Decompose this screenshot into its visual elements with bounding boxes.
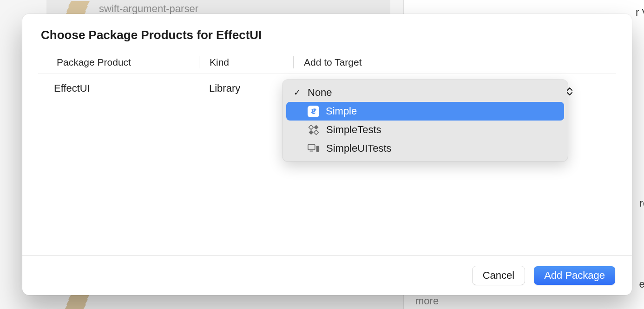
product-kind-cell: Library <box>199 82 293 94</box>
add-package-button[interactable]: Add Package <box>534 266 615 285</box>
column-header-target[interactable]: Add to Target <box>294 57 616 68</box>
sheet-footer: Cancel Add Package <box>22 256 632 295</box>
product-name-cell: EffectUI <box>38 82 199 94</box>
dropdown-option-label: Simple <box>326 105 357 117</box>
column-header-kind[interactable]: Kind <box>199 57 293 68</box>
app-target-icon <box>308 106 319 117</box>
table-row: EffectUI Library ✓ None <box>22 74 632 94</box>
bg-text-fragment: re <box>639 195 644 211</box>
svg-rect-4 <box>308 145 315 150</box>
bg-text-fragment: r V <box>636 5 644 20</box>
bg-text-fragment: e o <box>639 276 644 292</box>
svg-rect-0 <box>309 125 314 130</box>
svg-rect-2 <box>309 130 314 135</box>
dropdown-option-label: None <box>308 87 332 99</box>
svg-rect-1 <box>314 125 319 130</box>
dropdown-option-label: SimpleUITests <box>326 142 392 154</box>
checkmark-icon: ✓ <box>293 87 301 98</box>
column-header-product[interactable]: Package Product <box>38 57 199 68</box>
svg-rect-6 <box>316 146 320 152</box>
background-package-label: swift-argument-parser <box>99 3 198 15</box>
sheet-header: Choose Package Products for EffectUI <box>22 14 632 51</box>
dropdown-option-label: SimpleTests <box>326 124 381 136</box>
dropdown-stepper-icon[interactable] <box>566 85 573 97</box>
unit-test-target-icon <box>308 124 320 136</box>
package-products-sheet: Choose Package Products for EffectUI Pac… <box>22 14 632 295</box>
table-body: EffectUI Library ✓ None <box>22 74 632 255</box>
package-stack-icon <box>65 294 91 309</box>
dropdown-option-simpleuitests[interactable]: SimpleUITests <box>286 139 564 158</box>
svg-rect-5 <box>310 151 313 152</box>
bg-text-more: more <box>415 295 439 307</box>
ui-test-target-icon <box>308 142 320 154</box>
sheet-title: Choose Package Products for EffectUI <box>41 28 613 42</box>
dropdown-option-simple[interactable]: Simple <box>286 102 564 121</box>
svg-rect-3 <box>314 130 319 135</box>
table-header-row: Package Product Kind Add to Target <box>22 51 632 74</box>
cancel-button[interactable]: Cancel <box>473 266 525 285</box>
target-dropdown-menu[interactable]: ✓ None Simple <box>283 80 568 161</box>
dropdown-option-none[interactable]: ✓ None <box>286 83 564 102</box>
dropdown-option-simpletests[interactable]: SimpleTests <box>286 121 564 139</box>
